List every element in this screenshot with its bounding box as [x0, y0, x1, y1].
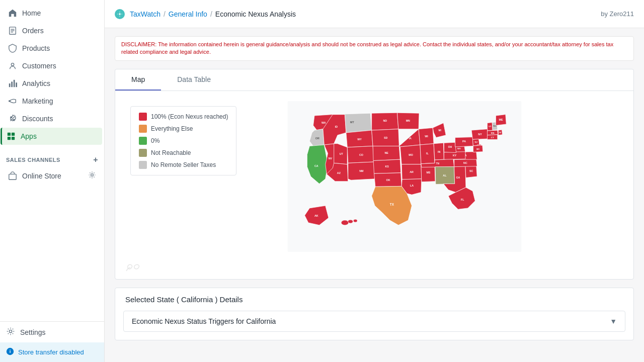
- info-icon: i: [6, 347, 14, 357]
- sidebar-item-analytics[interactable]: Analytics: [2, 75, 102, 92]
- svg-text:WA: WA: [321, 121, 326, 124]
- legend-color-no-remote: [139, 161, 147, 169]
- svg-point-18: [91, 174, 94, 176]
- svg-rect-6: [11, 81, 13, 87]
- trigger-section: Economic Nexus Status Triggers for Calif…: [123, 311, 625, 332]
- svg-point-19: [9, 330, 12, 332]
- products-icon: [8, 44, 17, 53]
- svg-text:IN: IN: [438, 150, 440, 153]
- sidebar-item-label: Home: [22, 9, 41, 17]
- disclaimer-banner: DISCLAIMER: The information contained he…: [115, 36, 634, 61]
- settings-icon: [6, 327, 15, 337]
- svg-rect-8: [16, 82, 17, 87]
- svg-text:CT: CT: [491, 136, 494, 138]
- svg-rect-5: [9, 83, 11, 87]
- sidebar-item-label: Customers: [22, 62, 56, 70]
- svg-text:AZ: AZ: [337, 171, 341, 174]
- sidebar-item-label: Discounts: [22, 115, 53, 123]
- svg-text:OH: OH: [448, 145, 452, 148]
- svg-text:MN: MN: [406, 119, 410, 122]
- legend-item-zero: 0%: [139, 137, 228, 145]
- map-area: 100% (Econ Nexus reached) Everything Els…: [115, 91, 633, 262]
- svg-text:RI: RI: [499, 131, 501, 134]
- svg-text:FL: FL: [461, 198, 464, 201]
- svg-text:NJ: NJ: [474, 141, 477, 143]
- tab-data-table[interactable]: Data Table: [161, 69, 227, 90]
- home-icon: [8, 9, 17, 18]
- chevron-down-icon: ▼: [610, 317, 617, 325]
- state-details-card: Selected State ( California ) Details Ec…: [115, 288, 634, 340]
- sidebar-item-label: Analytics: [22, 79, 50, 87]
- svg-text:ME: ME: [499, 118, 503, 121]
- svg-text:CO: CO: [359, 153, 363, 156]
- sidebar-item-products[interactable]: Products: [2, 40, 102, 57]
- online-store-settings-icon[interactable]: [88, 171, 96, 180]
- svg-rect-17: [9, 174, 16, 179]
- add-sales-channel-button[interactable]: +: [93, 155, 98, 164]
- sidebar-item-home[interactable]: Home: [2, 5, 102, 22]
- svg-point-22: [119, 13, 121, 15]
- sidebar-item-customers[interactable]: Customers: [2, 57, 102, 74]
- svg-text:MT: MT: [350, 120, 354, 123]
- svg-rect-7: [14, 80, 15, 87]
- state-HI[interactable]: [341, 220, 349, 225]
- legend-item-no-remote: No Remote Seller Taxes: [139, 161, 228, 169]
- legend-color-reached: [139, 113, 147, 121]
- sidebar-item-orders[interactable]: Orders: [2, 22, 102, 39]
- svg-text:SC: SC: [469, 169, 473, 172]
- map-footer: [115, 262, 633, 279]
- svg-point-74: [353, 219, 357, 222]
- sidebar-item-label: Orders: [22, 27, 44, 35]
- svg-text:MO: MO: [409, 153, 413, 156]
- taxwatch-icon: [115, 9, 125, 19]
- svg-point-73: [348, 220, 353, 223]
- svg-rect-16: [12, 137, 15, 140]
- svg-text:NC: NC: [463, 161, 467, 164]
- state-details-title: Selected State ( California ) Details: [115, 288, 633, 311]
- analytics-icon: [8, 79, 17, 88]
- sidebar-item-online-store[interactable]: Online Store: [2, 167, 102, 185]
- svg-text:IA: IA: [409, 137, 411, 140]
- svg-text:NE: NE: [384, 151, 388, 154]
- zoom-out-icon[interactable]: [125, 264, 140, 273]
- sidebar-bottom: Settings i Store transfer disabled: [0, 321, 104, 362]
- sidebar-item-settings[interactable]: Settings: [0, 322, 104, 342]
- legend-item-everything-else: Everything Else: [139, 125, 228, 133]
- svg-text:AL: AL: [443, 174, 447, 177]
- online-store-icon: [8, 171, 17, 180]
- store-transfer-banner: i Store transfer disabled: [0, 342, 104, 362]
- orders-icon: [8, 26, 17, 35]
- topbar: TaxWatch / General Info / Economic Nexus…: [105, 0, 644, 28]
- svg-text:ID: ID: [335, 125, 338, 128]
- by-label: by Zero211: [601, 10, 634, 18]
- breadcrumb-sep-2: /: [210, 10, 212, 18]
- svg-text:OR: OR: [315, 137, 319, 140]
- svg-text:TX: TX: [390, 203, 394, 206]
- svg-text:PA: PA: [462, 140, 466, 143]
- discounts-icon: [8, 114, 17, 123]
- svg-text:OK: OK: [386, 178, 390, 181]
- breadcrumb-general-info[interactable]: General Info: [169, 10, 207, 18]
- svg-text:SD: SD: [384, 136, 388, 139]
- svg-text:LA: LA: [410, 184, 414, 187]
- tab-map[interactable]: Map: [115, 69, 161, 90]
- legend-color-not-reachable: [139, 149, 147, 157]
- sidebar-item-apps[interactable]: Apps: [1, 128, 102, 145]
- trigger-header[interactable]: Economic Nexus Status Triggers for Calif…: [124, 311, 625, 331]
- svg-text:KY: KY: [453, 154, 457, 157]
- sidebar-item-label: Products: [22, 44, 50, 52]
- us-map-svg[interactable]: WA OR CA NV: [228, 101, 581, 252]
- legend-item-not-reachable: Not Reachable: [139, 149, 228, 157]
- sidebar-item-discounts[interactable]: Discounts: [2, 110, 102, 127]
- breadcrumb-app[interactable]: TaxWatch: [130, 10, 160, 18]
- svg-text:ND: ND: [383, 119, 387, 122]
- sidebar-item-marketing[interactable]: Marketing: [2, 93, 102, 110]
- apps-icon: [7, 132, 16, 141]
- map-card: Map Data Table 100% (Econ Nexus reached): [115, 69, 634, 280]
- svg-text:WI: WI: [425, 134, 428, 137]
- svg-text:AK: AK: [314, 214, 318, 217]
- svg-rect-14: [12, 133, 15, 136]
- svg-text:MI: MI: [438, 129, 441, 132]
- svg-text:AR: AR: [410, 170, 414, 173]
- svg-text:NM: NM: [359, 169, 364, 172]
